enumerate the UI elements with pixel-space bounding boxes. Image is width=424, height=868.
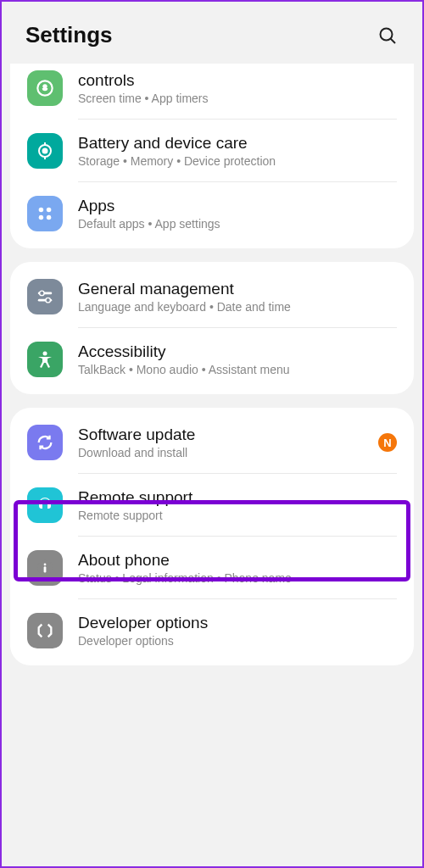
svg-point-5: [43, 149, 47, 153]
svg-rect-18: [44, 566, 47, 572]
page-title: Settings: [25, 22, 113, 48]
battery-care-icon: [27, 133, 63, 169]
svg-point-7: [47, 208, 52, 213]
item-title: Developer options: [78, 614, 397, 632]
svg-point-13: [46, 298, 50, 303]
settings-group: controls Screen time • App timers Batter…: [10, 64, 414, 248]
svg-point-14: [43, 352, 47, 356]
developer-icon: [27, 613, 63, 648]
header: Settings: [2, 2, 422, 64]
item-subtitle: Status • Legal information • Phone name: [78, 571, 397, 585]
item-subtitle: Language and keyboard • Date and time: [78, 300, 397, 314]
settings-group: Software update Download and install N R…: [10, 408, 414, 665]
settings-group: General management Language and keyboard…: [10, 262, 414, 394]
software-update-icon: [27, 425, 63, 460]
settings-item-general[interactable]: General management Language and keyboard…: [10, 265, 414, 328]
item-subtitle: Default apps • App settings: [78, 217, 397, 231]
item-subtitle: Screen time • App timers: [78, 92, 397, 105]
svg-point-8: [39, 215, 44, 220]
settings-item-about-phone[interactable]: About phone Status • Legal information •…: [10, 537, 414, 599]
item-title: Software update: [78, 426, 378, 444]
svg-point-12: [40, 291, 45, 296]
item-title: Apps: [78, 197, 397, 215]
item-title: Accessibility: [78, 342, 397, 361]
item-title: Remote support: [78, 488, 397, 507]
svg-line-1: [391, 38, 396, 43]
general-icon: [27, 279, 63, 314]
accessibility-icon: [27, 342, 63, 377]
settings-item-software-update[interactable]: Software update Download and install N: [10, 411, 414, 474]
item-subtitle: Remote support: [78, 509, 397, 522]
svg-point-9: [47, 215, 52, 220]
settings-item-remote-support[interactable]: Remote support Remote support: [10, 474, 414, 537]
item-title: Battery and device care: [78, 134, 397, 153]
notification-badge: N: [378, 433, 397, 452]
about-phone-icon: [27, 550, 63, 586]
svg-point-6: [39, 208, 44, 213]
settings-item-accessibility[interactable]: Accessibility TalkBack • Mono audio • As…: [10, 328, 414, 391]
settings-item-battery[interactable]: Battery and device care Storage • Memory…: [10, 120, 414, 182]
svg-point-0: [381, 28, 393, 40]
search-button[interactable]: [377, 25, 399, 47]
item-subtitle: Storage • Memory • Device protection: [78, 154, 397, 168]
item-title: General management: [78, 280, 397, 298]
item-subtitle: Download and install: [78, 446, 378, 459]
svg-point-17: [44, 564, 47, 566]
item-subtitle: Developer options: [78, 634, 397, 648]
item-subtitle: TalkBack • Mono audio • Assistant menu: [78, 363, 397, 376]
remote-support-icon: [27, 487, 63, 523]
search-icon: [377, 25, 398, 46]
settings-item-developer-options[interactable]: Developer options Developer options: [10, 599, 414, 662]
item-title: controls: [78, 71, 397, 90]
apps-icon: [27, 196, 63, 231]
svg-point-3: [43, 85, 46, 87]
settings-item-apps[interactable]: Apps Default apps • App settings: [10, 182, 414, 245]
settings-item-controls[interactable]: controls Screen time • App timers: [10, 67, 414, 120]
wellbeing-icon: [27, 70, 63, 106]
item-title: About phone: [78, 551, 397, 570]
